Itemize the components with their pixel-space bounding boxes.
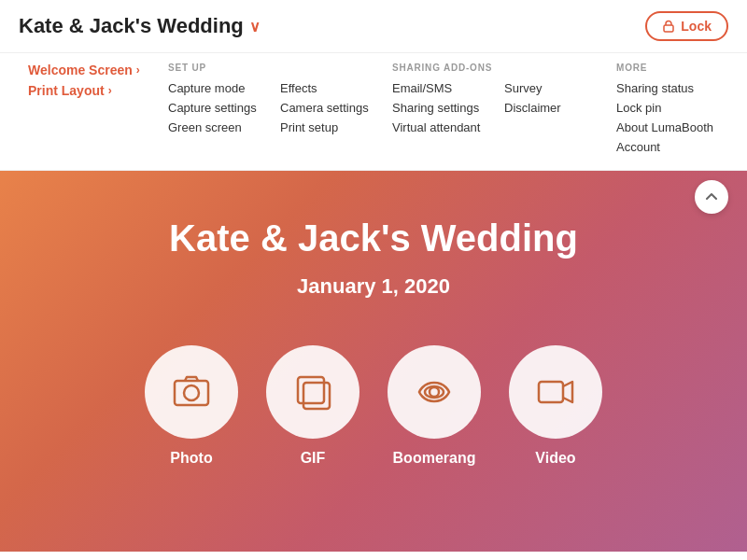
mode-icons-container: Photo GIF Boomerang [145,345,602,467]
title-chevron-icon: ∨ [249,18,261,35]
chevron-right-icon: › [136,63,140,77]
more-links: Sharing status Lock pin About LumaBooth … [616,80,728,155]
sidebar-item-welcome-screen[interactable]: Welcome Screen › [28,63,159,77]
left-nav: Welcome Screen › Print Layout › [19,63,168,155]
nav-section-sharing2: Survey Disclaimer [504,63,616,155]
nav-print-setup[interactable]: Print setup [280,119,392,135]
sidebar-item-print-layout[interactable]: Print Layout › [28,83,159,98]
welcome-screen-label: Welcome Screen [28,63,133,77]
setup2-section-label [280,63,392,73]
mode-boomerang[interactable]: Boomerang [388,345,481,467]
nav-dropdown: Welcome Screen › Print Layout › SET UP C… [0,53,747,171]
chevron-right-icon-2: › [108,84,112,97]
nav-green-screen[interactable]: Green screen [168,119,280,135]
nav-disclaimer[interactable]: Disclaimer [504,100,616,116]
nav-sharing-settings[interactable]: Sharing settings [392,100,504,116]
sharing-links: Email/SMS Sharing settings Virtual atten… [392,80,504,135]
main-content: Kate & Jack's Wedding January 1, 2020 Ph… [0,171,747,552]
gif-icon [292,371,333,413]
event-title: Kate & Jack's Wedding [169,217,578,259]
print-layout-label: Print Layout [28,83,105,98]
mode-video[interactable]: Video [509,345,602,467]
sharing-section-label: SHARING ADD-ONS [392,63,504,73]
nav-section-sharing: SHARING ADD-ONS Email/SMS Sharing settin… [392,63,504,155]
photo-label: Photo [170,450,212,467]
lock-label: Lock [681,19,712,34]
nav-lock-pin[interactable]: Lock pin [616,100,728,116]
setup-links: Capture mode Capture settings Green scre… [168,80,280,135]
mode-gif[interactable]: GIF [266,345,359,467]
nav-effects[interactable]: Effects [280,80,392,96]
nav-section-more: MORE Sharing status Lock pin About LumaB… [616,63,728,155]
svg-rect-3 [298,377,324,403]
nav-capture-mode[interactable]: Capture mode [168,80,280,96]
nav-camera-settings[interactable]: Camera settings [280,100,392,116]
video-label: Video [535,450,575,467]
nav-about-lumabooth[interactable]: About LumaBooth [616,119,728,135]
event-date: January 1, 2020 [297,274,450,299]
nav-virtual-attendant[interactable]: Virtual attendant [392,119,504,135]
lock-icon [662,20,675,33]
sharing2-section-label [504,63,616,73]
nav-email-sms[interactable]: Email/SMS [392,80,504,96]
svg-point-2 [184,385,199,400]
title-text: Kate & Jack's Wedding [19,14,244,38]
gif-circle [266,345,359,439]
sharing2-links: Survey Disclaimer [504,80,616,116]
mode-photo[interactable]: Photo [145,345,238,467]
boomerang-circle [388,345,481,439]
boomerang-icon [414,371,455,413]
svg-rect-0 [664,25,673,32]
lock-button[interactable]: Lock [645,11,728,41]
nav-survey[interactable]: Survey [504,80,616,96]
nav-sharing-status[interactable]: Sharing status [616,80,728,96]
video-icon [535,371,576,413]
more-section-label: MORE [616,63,728,73]
header: Kate & Jack's Wedding ∨ Lock [0,0,747,53]
video-circle [509,345,602,439]
setup-section-label: SET UP [168,63,280,73]
nav-section-setup2: Effects Camera settings Print setup [280,63,392,155]
nav-capture-settings[interactable]: Capture settings [168,100,280,116]
setup2-links: Effects Camera settings Print setup [280,80,392,135]
nav-account[interactable]: Account [616,139,728,155]
boomerang-label: Boomerang [393,450,476,467]
gif-label: GIF [301,450,326,467]
app-title[interactable]: Kate & Jack's Wedding ∨ [19,14,261,38]
nav-section-setup: SET UP Capture mode Capture settings Gre… [168,63,280,155]
photo-icon [171,371,212,413]
svg-rect-4 [303,383,330,409]
photo-circle [145,345,238,439]
chevron-up-icon [704,189,719,204]
scroll-up-button[interactable] [695,180,728,214]
svg-point-5 [430,387,439,397]
svg-rect-7 [539,382,563,402]
